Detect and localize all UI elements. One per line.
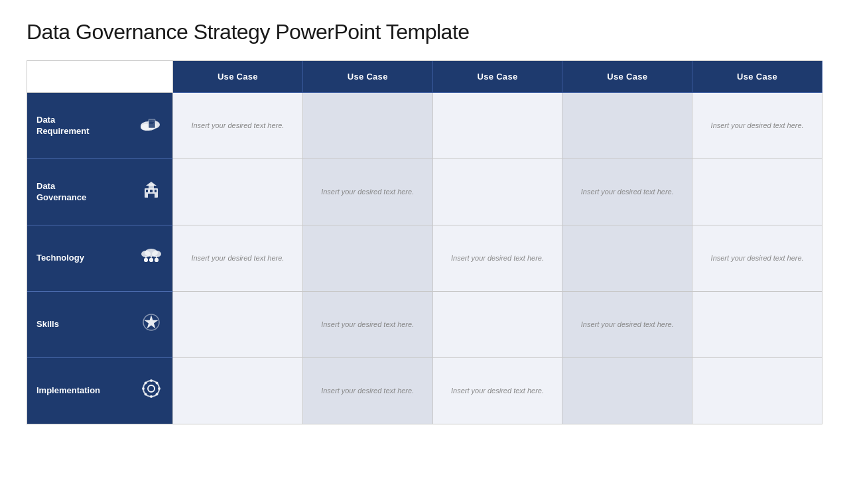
- svg-rect-11: [146, 190, 148, 192]
- cell-4-0: [173, 358, 303, 424]
- cell-text-2-2: Insert your desired text here.: [451, 253, 544, 264]
- svg-marker-15: [146, 182, 157, 186]
- cell-text-2-4: Insert your desired text here.: [711, 253, 804, 264]
- svg-marker-29: [144, 315, 158, 328]
- col-header-0: Use Case: [173, 61, 303, 93]
- svg-point-37: [156, 393, 159, 396]
- row-header-0: Data Requirement: [27, 93, 173, 159]
- cell-0-3: [562, 93, 692, 159]
- row-header-icon-4: [139, 378, 163, 404]
- col-header-3: Use Case: [562, 61, 692, 93]
- cell-text-1-3: Insert your desired text here.: [581, 186, 674, 198]
- row-header-4: Implementation: [27, 358, 173, 424]
- svg-rect-12: [150, 190, 153, 192]
- cell-3-2: [433, 292, 563, 358]
- svg-rect-7: [149, 123, 153, 124]
- cell-text-3-1: Insert your desired text here.: [321, 319, 414, 330]
- svg-point-32: [150, 379, 153, 382]
- cell-text-4-2: Insert your desired text here.: [451, 385, 544, 397]
- svg-point-36: [145, 382, 147, 385]
- svg-rect-6: [149, 122, 154, 123]
- cell-1-1: Insert your desired text here.: [303, 159, 433, 225]
- row-header-label-2: Technology: [36, 253, 84, 264]
- svg-point-33: [150, 395, 153, 398]
- cell-4-1: Insert your desired text here.: [303, 358, 433, 424]
- cell-2-3: [562, 225, 692, 292]
- main-grid: Use CaseUse CaseUse CaseUse CaseUse Case…: [27, 60, 822, 424]
- row-header-icon-2: [139, 245, 163, 271]
- cell-3-1: Insert your desired text here.: [303, 292, 433, 358]
- row-header-icon-0: [139, 113, 163, 139]
- row-header-label-4: Implementation: [36, 385, 100, 397]
- col-header-2: Use Case: [433, 61, 563, 93]
- row-header-label-1: Data Governance: [36, 181, 86, 204]
- row-header-label-0: Data Requirement: [36, 115, 89, 137]
- col-header-4: Use Case: [692, 61, 822, 93]
- row-header-1: Data Governance: [27, 159, 173, 225]
- corner-cell: [27, 61, 173, 93]
- cell-3-4: [692, 292, 822, 358]
- cell-2-0: Insert your desired text here.: [173, 225, 303, 292]
- row-header-3: Skills: [27, 292, 173, 358]
- row-header-icon-3: [139, 312, 163, 338]
- cell-text-0-4: Insert your desired text here.: [711, 120, 804, 131]
- page-title: Data Governance Strategy PowerPoint Temp…: [27, 20, 822, 44]
- svg-point-38: [156, 382, 159, 385]
- cell-3-3: Insert your desired text here.: [562, 292, 692, 358]
- svg-point-27: [155, 258, 159, 262]
- cell-2-1: [303, 225, 433, 292]
- svg-rect-5: [149, 121, 152, 121]
- cell-1-0: [173, 159, 303, 225]
- row-header-2: Technology: [27, 225, 173, 292]
- cell-0-2: [433, 93, 563, 159]
- cell-4-2: Insert your desired text here.: [433, 358, 563, 424]
- cell-text-4-1: Insert your desired text here.: [321, 385, 414, 397]
- cell-text-3-3: Insert your desired text here.: [581, 319, 674, 330]
- cell-0-4: Insert your desired text here.: [692, 93, 822, 159]
- cell-2-4: Insert your desired text here.: [692, 225, 822, 292]
- cell-0-0: Insert your desired text here.: [173, 93, 303, 159]
- svg-rect-13: [155, 190, 157, 192]
- cell-1-2: [433, 159, 563, 225]
- svg-point-35: [158, 387, 161, 390]
- svg-point-39: [145, 393, 147, 396]
- svg-point-25: [144, 258, 148, 262]
- cell-text-2-0: Insert your desired text here.: [191, 253, 284, 264]
- svg-point-26: [149, 258, 153, 262]
- cell-1-3: Insert your desired text here.: [562, 159, 692, 225]
- row-header-icon-1: [139, 179, 163, 205]
- cell-0-1: [303, 93, 433, 159]
- cell-text-1-1: Insert your desired text here.: [321, 186, 414, 198]
- svg-point-34: [142, 387, 145, 390]
- cell-4-3: [562, 358, 692, 424]
- svg-point-31: [148, 385, 155, 392]
- cell-text-0-0: Insert your desired text here.: [191, 120, 284, 131]
- cell-4-4: [692, 358, 822, 424]
- svg-rect-14: [148, 194, 155, 198]
- cell-1-4: [692, 159, 822, 225]
- col-header-1: Use Case: [303, 61, 433, 93]
- cell-3-0: [173, 292, 303, 358]
- row-header-label-3: Skills: [36, 319, 59, 330]
- cell-2-2: Insert your desired text here.: [433, 225, 563, 292]
